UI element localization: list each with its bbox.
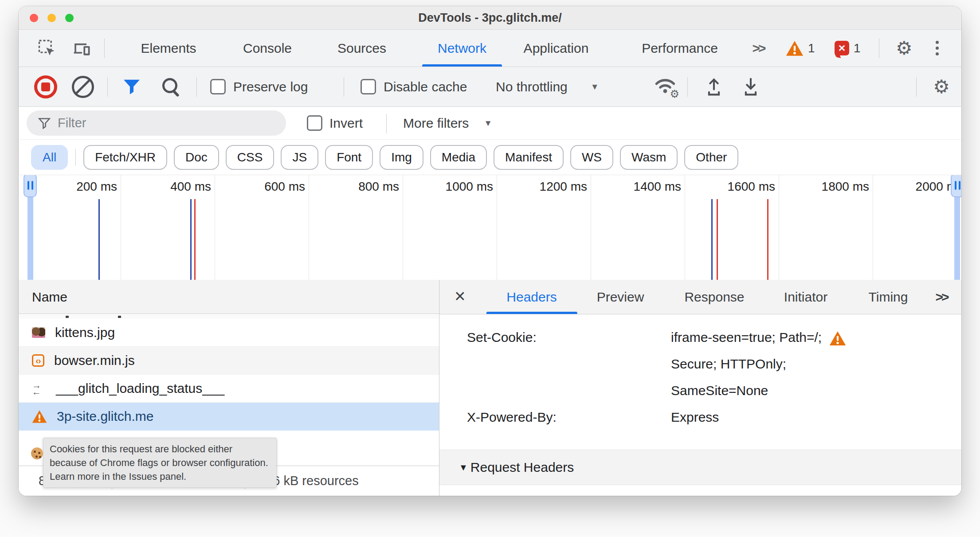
grid-line [591,175,591,280]
throttling-value: No throttling [496,79,568,94]
kebab-menu-icon[interactable] [936,30,939,67]
warnings-indicator[interactable]: 1 [786,30,815,67]
type-chip-wasm[interactable]: Wasm [620,145,678,170]
tick-label: 1800 ms [794,180,869,194]
more-filters-dropdown[interactable]: More filters ▼ [403,107,492,139]
details-tab-initiator[interactable]: Initiator [784,280,827,314]
chevron-down-icon: ▼ [484,118,492,128]
type-chip-js[interactable]: JS [281,145,318,170]
invert-label: Invert [329,116,363,131]
toolbar-separator [196,77,197,97]
tab-application[interactable]: Application [524,30,589,67]
details-tab-headers[interactable]: Headers [506,280,557,314]
type-chip-manifest[interactable]: Manifest [494,145,564,170]
load-event-line [767,199,768,280]
request-row--glitch-loading-status-[interactable]: →←___glitch_loading_status___ [19,375,439,403]
window-title: DevTools - 3pc.glitch.me/ [19,6,961,29]
request-row-bowser-min-js[interactable]: ‹›bowser.min.js [19,347,439,375]
network-settings-gear-icon[interactable]: ⚙ [933,67,950,106]
request-headers-section-header[interactable]: ▼ Request Headers [439,450,961,485]
toolbar-separator [107,77,108,97]
import-har-icon[interactable] [706,67,722,106]
tab-sources[interactable]: Sources [337,30,386,67]
clear-network-log-button[interactable] [72,67,94,106]
overview-right-scrubber[interactable] [951,175,961,197]
triangle-down-icon: ▼ [459,463,468,473]
request-name: 3p-site.glitch.me [57,409,153,424]
warning-count: 1 [808,41,815,55]
errors-indicator[interactable]: ✕ 1 [835,30,861,67]
headers-tab-content: Set-Cookie:iframe-seen=true; Path=/; Sec… [439,314,961,496]
type-chip-media[interactable]: Media [430,145,487,170]
filter-placeholder: Filter [58,116,86,130]
more-tabs-button[interactable]: >> [752,30,764,67]
filter-input[interactable]: Filter [27,110,286,136]
type-chip-other[interactable]: Other [684,145,738,170]
settings-gear-icon[interactable]: ⚙ [896,30,913,67]
domcontentloaded-line [711,199,713,280]
export-har-icon[interactable] [742,67,759,106]
type-chip-img[interactable]: Img [380,145,423,170]
header-name: X-Powered-By: [439,404,671,431]
type-chip-fetch-xhr[interactable]: Fetch/XHR [83,145,167,170]
details-tab-timing[interactable]: Timing [869,280,908,314]
toolbar-separator [344,77,344,97]
error-icon: ✕ [835,41,849,55]
domcontentloaded-line [98,199,100,280]
tab-elements[interactable]: Elements [141,30,196,67]
name-column-header[interactable]: Name [19,280,439,314]
script-file-icon: ‹› [32,354,44,367]
details-tab-response[interactable]: Response [684,280,744,314]
type-chip-font[interactable]: Font [325,145,373,170]
record-network-log-button[interactable] [34,67,57,106]
more-detail-tabs-button[interactable]: >> [935,280,947,314]
tick-label: 400 ms [136,180,211,194]
main-tabbar: ElementsConsoleSourcesNetworkApplication… [19,30,961,67]
fetch-xhr-icon: →← [32,382,46,395]
funnel-icon [38,118,51,129]
filter-row: Filter Invert More filters ▼ [19,107,961,140]
device-toolbar-icon[interactable] [73,30,91,67]
grid-line [215,175,215,280]
chevron-down-icon: ▼ [591,82,599,92]
invert-checkbox[interactable]: Invert [307,107,363,139]
type-chip-css[interactable]: CSS [226,145,274,170]
toolbar-separator [687,77,688,97]
header-entry: X-Powered-By:Express [439,404,961,431]
load-event-line [717,199,718,280]
type-chip-ws[interactable]: WS [570,145,613,170]
throttling-select[interactable]: No throttling ▼ [496,67,599,106]
filter-toggle-icon[interactable] [123,67,141,106]
type-chip-all[interactable]: All [31,145,68,170]
inspect-element-icon[interactable] [38,30,56,67]
overview-left-track [27,196,33,280]
network-toolbar: Preserve log Disable cache No throttling… [19,67,961,107]
disable-cache-checkbox[interactable]: Disable cache [361,67,467,106]
tick-label: 200 ms [42,180,117,194]
preserve-log-checkbox[interactable]: Preserve log [210,67,308,106]
grid-line [403,175,403,280]
overview-left-scrubber[interactable] [24,175,37,197]
header-value: 3p-site.glitch.me [671,491,768,496]
tab-console[interactable]: Console [243,30,292,67]
filter-separator [386,114,387,133]
request-row-3p-site-glitch-me[interactable]: 3p-site.glitch.me [19,403,439,431]
titlebar: DevTools - 3pc.glitch.me/ [19,6,961,30]
warning-icon [829,331,846,346]
network-overview-timeline[interactable]: 200 ms400 ms600 ms800 ms1000 ms1200 ms14… [19,175,961,280]
network-conditions-icon[interactable]: ⚙ [653,67,678,106]
tick-label: 1400 ms [606,180,681,194]
type-chip-doc[interactable]: Doc [174,145,219,170]
search-icon[interactable] [161,67,181,106]
tick-label: 1200 ms [512,180,587,194]
tick-label: 800 ms [324,180,399,194]
tick-label: 1600 ms [700,180,775,194]
close-details-icon[interactable]: × [455,280,466,314]
header-name: Set-Cookie: [439,324,671,404]
details-tab-preview[interactable]: Preview [597,280,644,314]
header-value: Express [671,404,719,431]
tab-network[interactable]: Network [438,30,486,67]
tab-performance[interactable]: Performance [642,30,718,67]
request-row-kittens-jpg[interactable]: kittens.jpg [19,319,439,347]
devtools-window: DevTools - 3pc.glitch.me/ ElementsConsol… [19,6,961,496]
